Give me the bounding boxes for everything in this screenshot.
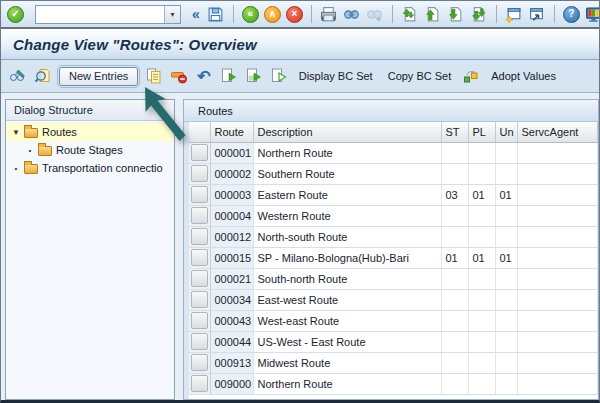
collapse-icon[interactable]: « xyxy=(190,6,202,22)
route-cell[interactable]: 000004 xyxy=(210,205,253,226)
route-cell[interactable]: 000034 xyxy=(210,289,253,310)
row-select-cell[interactable] xyxy=(189,268,210,289)
pl-cell[interactable] xyxy=(468,268,495,289)
pl-cell[interactable]: 01 xyxy=(468,184,495,205)
row-select-cell[interactable] xyxy=(189,142,210,163)
select-all-icon[interactable] xyxy=(220,67,238,85)
row-select-cell[interactable] xyxy=(189,226,210,247)
servcagent-cell[interactable] xyxy=(517,310,598,331)
expander-icon[interactable]: ▼ xyxy=(10,128,22,137)
choose-icon[interactable] xyxy=(34,67,52,85)
row-select-button[interactable] xyxy=(191,270,208,287)
servcagent-cell[interactable] xyxy=(517,184,598,205)
copy-icon[interactable] xyxy=(145,67,163,85)
pl-cell[interactable]: 01 xyxy=(468,247,495,268)
customize-layout-icon[interactable] xyxy=(585,5,600,23)
pl-cell[interactable] xyxy=(468,205,495,226)
row-select-cell[interactable] xyxy=(189,310,210,331)
st-cell[interactable] xyxy=(441,373,468,394)
sidebar-item-transportation-connectio[interactable]: •Transportation connectio xyxy=(6,159,174,177)
description-cell[interactable]: Southern Route xyxy=(253,163,441,184)
row-select-button[interactable] xyxy=(191,144,208,161)
save-icon[interactable] xyxy=(207,5,225,23)
row-select-button[interactable] xyxy=(191,291,208,308)
description-cell[interactable]: Northern Route xyxy=(253,142,441,163)
display-change-icon[interactable] xyxy=(9,67,27,85)
st-cell[interactable]: 01 xyxy=(441,247,468,268)
find-next-icon[interactable] xyxy=(366,5,384,23)
row-select-button[interactable] xyxy=(191,207,208,224)
column-header-servcagent[interactable]: ServcAgent xyxy=(517,122,598,142)
description-cell[interactable]: West-east Route xyxy=(253,310,441,331)
st-cell[interactable] xyxy=(441,352,468,373)
row-select-cell[interactable] xyxy=(189,352,210,373)
servcagent-cell[interactable] xyxy=(517,247,598,268)
servcagent-cell[interactable] xyxy=(517,373,598,394)
row-select-cell[interactable] xyxy=(189,373,210,394)
un-cell[interactable] xyxy=(495,163,517,184)
st-cell[interactable] xyxy=(441,289,468,310)
row-select-button[interactable] xyxy=(191,312,208,329)
row-select-button[interactable] xyxy=(191,375,208,392)
print-icon[interactable] xyxy=(320,5,338,23)
generate-shortcut-icon[interactable] xyxy=(528,5,546,23)
route-cell[interactable]: 009000 xyxy=(210,373,253,394)
description-cell[interactable]: East-west Route xyxy=(253,289,441,310)
route-cell[interactable]: 000012 xyxy=(210,226,253,247)
copy-bc-set-button[interactable]: Copy BC Set xyxy=(384,70,456,82)
help-icon[interactable]: ? xyxy=(563,6,580,23)
row-select-cell[interactable] xyxy=(189,163,210,184)
st-cell[interactable] xyxy=(441,226,468,247)
servcagent-cell[interactable] xyxy=(517,268,598,289)
st-cell[interactable] xyxy=(441,268,468,289)
pl-cell[interactable] xyxy=(468,289,495,310)
description-cell[interactable]: SP - Milano-Bologna(Hub)-Bari xyxy=(253,247,441,268)
servcagent-cell[interactable] xyxy=(517,331,598,352)
column-header-un[interactable]: Un xyxy=(495,122,517,142)
row-select-button[interactable] xyxy=(191,186,208,203)
row-select-cell[interactable] xyxy=(189,289,210,310)
servcagent-cell[interactable] xyxy=(517,226,598,247)
pl-cell[interactable] xyxy=(468,142,495,163)
pl-cell[interactable] xyxy=(468,331,495,352)
delete-row-icon[interactable] xyxy=(170,67,188,85)
column-header-description[interactable]: Description xyxy=(253,122,441,142)
row-select-cell[interactable] xyxy=(189,184,210,205)
un-cell[interactable] xyxy=(495,352,517,373)
next-page-icon[interactable] xyxy=(447,5,465,23)
column-header-pl[interactable]: PL xyxy=(468,122,495,142)
un-cell[interactable] xyxy=(495,205,517,226)
new-session-icon[interactable] xyxy=(505,5,523,23)
st-cell[interactable] xyxy=(441,142,468,163)
pl-cell[interactable] xyxy=(468,226,495,247)
row-select-cell[interactable] xyxy=(189,205,210,226)
un-cell[interactable] xyxy=(495,331,517,352)
description-cell[interactable]: North-south Route xyxy=(253,226,441,247)
previous-page-icon[interactable] xyxy=(424,5,442,23)
route-cell[interactable]: 000044 xyxy=(210,331,253,352)
row-select-button[interactable] xyxy=(191,228,208,245)
row-select-button[interactable] xyxy=(191,333,208,350)
un-cell[interactable]: 01 xyxy=(495,184,517,205)
un-cell[interactable] xyxy=(495,289,517,310)
pl-cell[interactable] xyxy=(468,163,495,184)
select-column-header[interactable] xyxy=(189,122,210,142)
route-cell[interactable]: 000913 xyxy=(210,352,253,373)
un-cell[interactable] xyxy=(495,310,517,331)
description-cell[interactable]: Midwest Route xyxy=(253,352,441,373)
route-cell[interactable]: 000002 xyxy=(210,163,253,184)
route-cell[interactable]: 000021 xyxy=(210,268,253,289)
first-page-icon[interactable] xyxy=(401,5,419,23)
select-block-icon[interactable] xyxy=(245,67,263,85)
st-cell[interactable] xyxy=(441,205,468,226)
deselect-all-icon[interactable] xyxy=(270,67,288,85)
servcagent-cell[interactable] xyxy=(517,289,598,310)
display-bc-set-button[interactable]: Display BC Set xyxy=(295,70,377,82)
description-cell[interactable]: South-north Route xyxy=(253,268,441,289)
description-cell[interactable]: Northern Route xyxy=(253,373,441,394)
row-select-cell[interactable] xyxy=(189,331,210,352)
st-cell[interactable] xyxy=(441,331,468,352)
dropdown-icon[interactable]: ▼ xyxy=(164,6,180,23)
route-cell[interactable]: 000003 xyxy=(210,184,253,205)
new-entries-button[interactable]: New Entries xyxy=(59,67,138,86)
